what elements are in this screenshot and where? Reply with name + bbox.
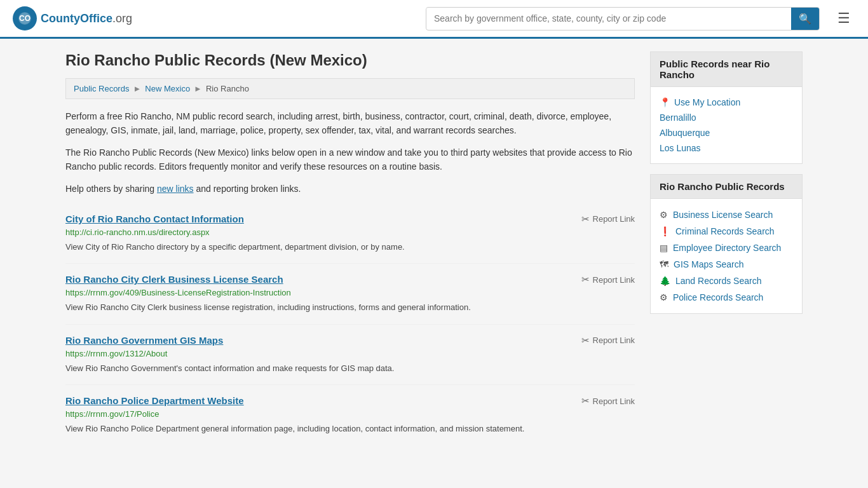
result-header: City of Rio Rancho Contact Information ✂… [65,214,635,225]
result-description: View City of Rio Rancho directory by a s… [65,241,635,254]
result-description: View Rio Rancho Police Department genera… [65,423,635,435]
public-records-link-item[interactable]: ⚙Police Records Search [660,289,793,306]
breadcrumb-item-public-records[interactable]: Public Records [74,84,129,93]
report-label: Report Link [593,336,635,345]
report-icon: ✂ [581,214,590,225]
result-item: Rio Rancho Police Department Website ✂ R… [65,385,635,445]
page-title: Rio Rancho Public Records (New Mexico) [65,51,635,69]
record-type-icon: ▤ [660,243,668,253]
search-bar: 🔍 [426,7,820,30]
result-item: City of Rio Rancho Contact Information ✂… [65,203,635,264]
search-button[interactable]: 🔍 [791,8,819,30]
nearby-link-item[interactable]: Bernalillo [660,110,793,125]
record-type-icon: ⚙ [660,210,668,220]
results-list: City of Rio Rancho Contact Information ✂… [65,203,635,445]
record-type-icon: ⚙ [660,292,668,302]
desc3-prefix: Help others by sharing [65,184,157,194]
site-header: CO CountyOffice.org 🔍 ☰ [0,0,868,39]
record-type-icon: 🗺 [660,259,668,269]
record-type-label: Land Records Search [675,276,761,286]
result-item: Rio Rancho City Clerk Business License S… [65,264,635,325]
public-records-link-item[interactable]: 🗺GIS Maps Search [660,256,793,273]
report-label: Report Link [593,214,635,224]
record-type-label: GIS Maps Search [674,259,744,269]
report-link-button[interactable]: ✂ Report Link [581,335,635,346]
record-type-icon: 🌲 [660,276,670,286]
breadcrumb-sep-1: ► [133,84,141,93]
nearby-content: 📍 Use My Location BernalilloAlbuquerqueL… [651,87,802,163]
result-item: Rio Rancho Government GIS Maps ✂ Report … [65,325,635,386]
result-header: Rio Rancho Police Department Website ✂ R… [65,395,635,407]
breadcrumb-item-new-mexico[interactable]: New Mexico [145,84,190,93]
result-description: View Rio Rancho Government's contact inf… [65,362,635,375]
result-title[interactable]: Rio Rancho Government GIS Maps [65,335,223,346]
nearby-link-item[interactable]: Los Lunas [660,140,793,156]
result-url[interactable]: https://rrnm.gov/17/Police [65,409,635,419]
result-header: Rio Rancho City Clerk Business License S… [65,274,635,285]
public-records-box: Rio Rancho Public Records ⚙Business Lice… [650,174,803,314]
logo-link[interactable]: CO CountyOffice.org [13,6,132,30]
public-records-title: Rio Rancho Public Records [651,175,802,199]
record-type-icon: ❗ [660,226,670,236]
breadcrumb-sep-2: ► [194,84,202,93]
record-type-label: Police Records Search [673,292,763,302]
use-location-label: Use My Location [674,97,740,107]
nearby-box: Public Records near Rio Rancho 📍 Use My … [650,51,803,164]
logo-text: CountyOffice.org [41,12,132,25]
result-url[interactable]: http://ci.rio-rancho.nm.us/directory.asp… [65,227,635,237]
breadcrumb-current: Rio Rancho [206,84,249,93]
result-header: Rio Rancho Government GIS Maps ✂ Report … [65,335,635,346]
search-input[interactable] [426,8,791,29]
description-1: Perform a free Rio Rancho, NM public rec… [65,109,635,138]
result-title[interactable]: City of Rio Rancho Contact Information [65,214,244,224]
public-records-link-item[interactable]: ❗Criminal Records Search [660,223,793,240]
report-link-button[interactable]: ✂ Report Link [581,395,635,407]
report-icon: ✂ [581,395,590,407]
result-url[interactable]: https://rrnm.gov/409/Business-LicenseReg… [65,288,635,297]
use-location-button[interactable]: 📍 Use My Location [660,95,793,110]
report-label: Report Link [593,396,635,406]
description-3: Help others by sharing new links and rep… [65,182,635,196]
description-2: The Rio Rancho Public Records (New Mexic… [65,146,635,174]
public-records-content: ⚙Business License Search❗Criminal Record… [651,199,802,313]
report-label: Report Link [593,275,635,285]
nearby-links: BernalilloAlbuquerqueLos Lunas [660,110,793,156]
report-icon: ✂ [581,274,590,285]
page-content: Rio Rancho Public Records (New Mexico) P… [53,39,815,458]
result-title[interactable]: Rio Rancho Police Department Website [65,395,244,406]
main-column: Rio Rancho Public Records (New Mexico) P… [65,51,635,445]
menu-button[interactable]: ☰ [832,8,855,29]
nearby-link-item[interactable]: Albuquerque [660,125,793,140]
report-link-button[interactable]: ✂ Report Link [581,214,635,225]
nearby-title: Public Records near Rio Rancho [651,52,802,87]
public-records-link-item[interactable]: ▤Employee Directory Search [660,240,793,256]
public-records-link-item[interactable]: 🌲Land Records Search [660,273,793,289]
record-type-label: Business License Search [673,210,773,220]
logo-name: CountyOffice [41,12,112,25]
result-title[interactable]: Rio Rancho City Clerk Business License S… [65,274,283,285]
report-link-button[interactable]: ✂ Report Link [581,274,635,285]
location-pin-icon: 📍 [660,97,670,107]
result-description: View Rio Rancho City Clerk business lice… [65,301,635,314]
public-records-link-item[interactable]: ⚙Business License Search [660,207,793,223]
report-icon: ✂ [581,335,590,346]
svg-text:CO: CO [19,14,31,23]
record-type-label: Criminal Records Search [675,226,775,236]
desc3-suffix: and reporting broken links. [194,184,301,194]
record-type-label: Employee Directory Search [673,243,781,253]
new-links-link[interactable]: new links [157,184,194,194]
result-url[interactable]: https://rrnm.gov/1312/About [65,349,635,358]
logo-suffix: .org [112,12,132,25]
breadcrumb: Public Records ► New Mexico ► Rio Rancho [65,78,635,99]
sidebar: Public Records near Rio Rancho 📍 Use My … [650,51,803,445]
logo-icon: CO [13,6,37,30]
